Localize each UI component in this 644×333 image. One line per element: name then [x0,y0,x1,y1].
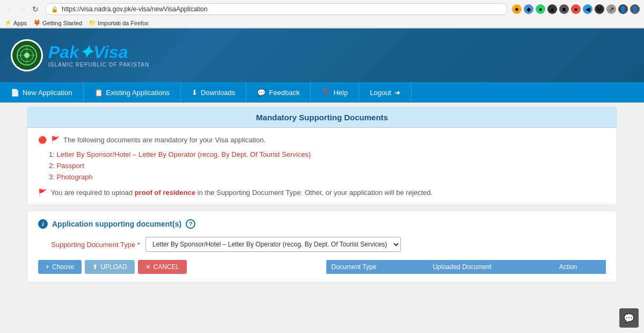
nav-feedback-label: Feedback [269,89,299,97]
info-icon: i [38,219,48,229]
cancel-button[interactable]: ✕ CANCEL [138,260,187,274]
nav-existing-icon: 📋 [94,89,103,97]
nav-downloads[interactable]: ⬇ Downloads [181,82,246,103]
nav-logout[interactable]: Logout ➜ [359,82,412,103]
nav-logout-label: Logout [370,89,391,97]
doc-item-2: 2: Passport [49,162,606,170]
help-icon[interactable]: ? [186,219,195,229]
bookmarks-bar: ⚡ Apps 🦊 Getting Started 📁 Importati da … [0,18,644,28]
nav-new-application-icon: 📄 [11,89,19,97]
nav-feedback-icon: 💬 [257,89,266,97]
doc-item-3-link: Photograph [56,173,92,181]
lock-icon: 🔒 [51,6,58,13]
upload-button[interactable]: ⬆ UPLOAD [85,260,134,274]
flag-icon-2: 🚩 [38,189,47,197]
nav-help-icon: ❓ [321,89,330,97]
ext-icon-9[interactable]: ↗ [606,4,616,14]
doc-table: Document Type Uploaded Document Action [326,260,606,274]
doc-type-label: Supporting Document Type * [38,241,145,249]
nav-downloads-icon: ⬇ [192,89,197,97]
documents-table: Document Type Uploaded Document Action [326,260,606,274]
flag-icon-1: 🚩 [51,136,60,144]
chat-widget[interactable]: 💬 [619,308,639,328]
upload-area: + + Choose Choose ⬆ UPLOAD ✕ CANCEL [38,260,318,274]
ext-icon-6[interactable]: ● [571,4,581,14]
ext-icon-1[interactable]: ★ [512,4,522,14]
doc-item-1: 1: Letter By Sponsor/Hotel – Letter By O… [49,150,606,158]
nav-help[interactable]: ❓ Help [311,82,359,103]
logo-title: Pak✦Visa [48,44,149,61]
proof-highlight: proof of residence [135,189,195,197]
bottom-row: + + Choose Choose ⬆ UPLOAD ✕ CANCEL [38,260,606,274]
mandatory-intro: 🚩 The following documents are mandatory … [38,136,606,144]
nav-existing-applications[interactable]: 📋 Existing Applications [84,82,181,103]
logo-subtitle: ISLAMIC REPUBLIC OF PAKISTAN [48,62,149,68]
mandatory-docs-body: 🚩 The following documents are mandatory … [27,128,617,205]
forward-button[interactable]: → [17,4,28,15]
required-asterisk: * [137,241,140,249]
supporting-docs-title: i Application supporting document(s) ? [38,219,606,229]
bookmark-getting-started[interactable]: 🦊 Getting Started [33,19,82,26]
col-uploaded-doc: Uploaded Document [427,260,553,274]
doc-type-control: Letter By Sponsor/Hotel – Letter By Oper… [145,237,401,252]
emblem-inner [12,41,41,70]
bookmark-importati[interactable]: 📁 Importati da Firefox [89,19,149,26]
browser-chrome: ← → ↻ 🔒 https://visa.nadra.gov.pk/e-visa… [0,0,644,28]
profile-icon[interactable]: 👤 [618,4,628,14]
doc-item-3: 3: Photograph [49,173,606,181]
ext-icon-2[interactable]: ◆ [524,4,533,14]
nav-buttons: ← → ↻ [4,4,41,15]
avatar-icon[interactable]: 👤 [630,4,640,14]
col-action: Action [554,260,606,274]
nav-help-label: Help [333,89,348,97]
table-header-row: Document Type Uploaded Document Action [326,260,606,274]
ext-icon-5[interactable]: ■ [559,4,569,14]
logo-area: Pak✦Visa ISLAMIC REPUBLIC OF PAKISTAN [11,39,149,71]
doc-item-1-link: Letter By Sponsor/Hotel – Letter By Oper… [56,150,311,158]
supporting-docs-label: Application supporting document(s) [52,220,181,228]
bookmark-apps[interactable]: ⚡ Apps [4,19,27,26]
chat-icon: 💬 [624,313,634,323]
choose-plus-icon: + [46,263,49,271]
mandatory-docs-title: Mandatory Supporting Documents [35,113,609,122]
logo-emblem [11,39,43,71]
address-bar[interactable]: 🔒 https://visa.nadra.gov.pk/e-visa/newVi… [45,3,508,15]
doc-type-select[interactable]: Letter By Sponsor/Hotel – Letter By Oper… [145,237,401,252]
scroll-area: Mandatory Supporting Documents 🚩 The fol… [0,103,644,283]
nav-downloads-label: Downloads [201,89,235,97]
col-doc-type: Document Type [326,260,428,274]
browser-icons: ★ ◆ ● ▲ ■ ● ◀ M ↗ 👤 👤 [512,4,640,14]
reload-button[interactable]: ↻ [30,4,41,15]
back-button[interactable]: ← [4,4,15,15]
nav-bar: 📄 New Application 📋 Existing Application… [0,82,644,103]
nav-existing-label: Existing Applications [106,89,170,97]
nav-new-application[interactable]: 📄 New Application [0,82,84,103]
action-buttons: + + Choose Choose ⬆ UPLOAD ✕ CANCEL [38,260,318,274]
logo-text: Pak✦Visa ISLAMIC REPUBLIC OF PAKISTAN [48,44,149,68]
mandatory-docs-header: Mandatory Supporting Documents [27,107,617,128]
ext-icon-3[interactable]: ● [536,4,545,14]
choose-button[interactable]: + + Choose Choose [38,260,82,274]
url-text: https://visa.nadra.gov.pk/e-visa/newVisa… [62,5,502,13]
proof-notice: 🚩 You are required to upload proof of re… [38,189,606,197]
supporting-docs-card: i Application supporting document(s) ? S… [27,211,617,283]
doc-item-2-link: Passport [56,162,84,170]
nav-feedback[interactable]: 💬 Feedback [246,82,311,103]
browser-toolbar: ← → ↻ 🔒 https://visa.nadra.gov.pk/e-visa… [0,0,644,18]
ext-icon-4[interactable]: ▲ [547,4,557,14]
ext-icon-7[interactable]: ◀ [583,4,592,14]
nav-logout-icon: ➜ [394,89,400,97]
cancel-icon: ✕ [145,263,151,271]
ext-icon-8[interactable]: M [595,4,604,14]
mandatory-docs-card: Mandatory Supporting Documents 🚩 The fol… [27,107,617,205]
nav-new-application-label: New Application [23,89,72,97]
doc-type-row: Supporting Document Type * Letter By Spo… [38,237,606,252]
site-header: Pak✦Visa ISLAMIC REPUBLIC OF PAKISTAN [0,28,644,82]
page-content: Pak✦Visa ISLAMIC REPUBLIC OF PAKISTAN 📄 … [0,28,644,283]
upload-icon: ⬆ [92,263,98,271]
doc-list: 1: Letter By Sponsor/Hotel – Letter By O… [49,150,606,181]
